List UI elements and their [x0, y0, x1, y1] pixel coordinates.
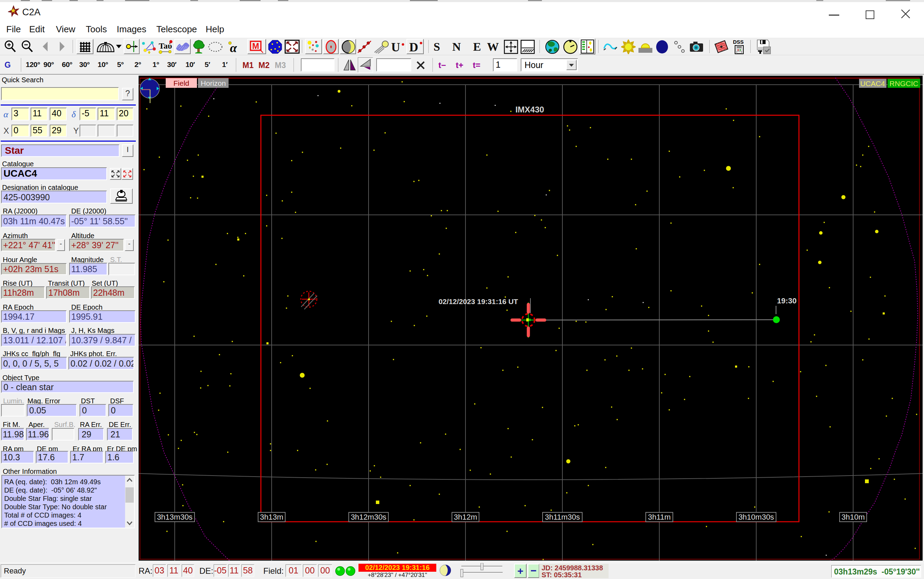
svg-text:UCAC4: UCAC4	[860, 80, 885, 87]
svg-text:Field: Field	[173, 79, 189, 87]
svg-text:3h12m30s: 3h12m30s	[351, 513, 387, 522]
svg-text:3h12m: 3h12m	[454, 513, 477, 522]
svg-text:19:30: 19:30	[777, 296, 796, 305]
svg-text:RNGCIC: RNGCIC	[890, 80, 918, 87]
svg-text:3h13m30s: 3h13m30s	[157, 513, 193, 522]
svg-text:M: M	[252, 41, 259, 51]
svg-text:IMX430: IMX430	[516, 105, 544, 114]
svg-text:D: D	[409, 40, 418, 54]
svg-text:3h10m30s: 3h10m30s	[739, 513, 774, 522]
svg-text:Horizon: Horizon	[201, 79, 226, 87]
svg-text:3h11m: 3h11m	[648, 513, 671, 522]
svg-text:02/12/2023 19:31:16 UT: 02/12/2023 19:31:16 UT	[439, 298, 518, 306]
svg-text:3h11m30s: 3h11m30s	[545, 513, 580, 522]
svg-text:3h10m: 3h10m	[841, 513, 865, 522]
svg-text:DSS: DSS	[733, 39, 744, 45]
svg-text:U: U	[391, 40, 400, 54]
svg-text:3h13m: 3h13m	[260, 513, 283, 522]
